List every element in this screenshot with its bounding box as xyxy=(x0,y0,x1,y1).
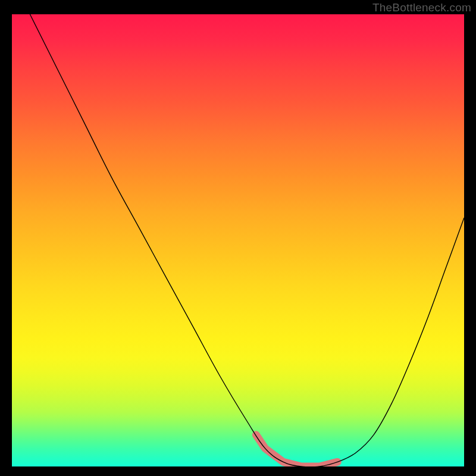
bottleneck-curve xyxy=(30,14,464,466)
chart-plot-area xyxy=(12,14,464,466)
highlight-segment xyxy=(256,435,337,466)
watermark-text: TheBottleneck.com xyxy=(372,1,471,14)
chart-svg xyxy=(12,14,464,466)
